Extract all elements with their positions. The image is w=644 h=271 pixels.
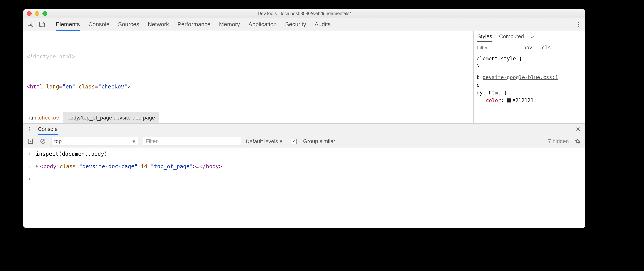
- log-levels-select[interactable]: Default levels ▾: [246, 138, 282, 144]
- crumb-body[interactable]: body#top_of_page.devsite-doc-page: [63, 112, 159, 123]
- tab-audits[interactable]: Audits: [314, 18, 330, 31]
- console-drawer: Console top▾ Filter Default levels ▾: [23, 124, 586, 228]
- clear-console-icon[interactable]: [39, 138, 47, 144]
- tab-styles[interactable]: Styles: [478, 31, 492, 42]
- dom-tree[interactable]: <!doctype html> <html lang="en" class="c…: [23, 31, 473, 112]
- tab-network[interactable]: Network: [148, 18, 169, 31]
- hov-toggle[interactable]: :hov: [518, 44, 534, 51]
- console-output-line: ‹ <body class="devsite-doc-page" id="top…: [23, 160, 586, 173]
- cls-toggle[interactable]: .cls: [537, 44, 553, 51]
- window-title: DevTools - localhost:8080/web/fundamenta…: [23, 11, 586, 16]
- console-output[interactable]: ›inspect(document.body) ‹ <body class="d…: [23, 148, 586, 228]
- tab-performance[interactable]: Performance: [178, 18, 210, 31]
- tab-security[interactable]: Security: [285, 18, 306, 31]
- tab-memory[interactable]: Memory: [219, 18, 240, 31]
- new-rule-icon[interactable]: ＋: [577, 44, 583, 52]
- device-toolbar-icon[interactable]: [36, 21, 48, 28]
- tab-computed[interactable]: Computed: [499, 31, 524, 42]
- console-input-line: ›inspect(document.body): [23, 148, 586, 160]
- styles-filter-input[interactable]: [476, 44, 516, 52]
- svg-rect-2: [42, 23, 44, 26]
- hidden-count: 7 hidden: [548, 138, 569, 144]
- console-filter-input[interactable]: Filter: [143, 137, 241, 146]
- drawer-more-icon[interactable]: [26, 124, 34, 135]
- svg-point-8: [29, 130, 30, 132]
- more-options-icon[interactable]: [573, 18, 584, 31]
- crumb-html[interactable]: html.checkov: [23, 112, 63, 123]
- rule-element-style[interactable]: element.style {}: [474, 53, 586, 72]
- console-settings-icon[interactable]: [574, 138, 582, 144]
- svg-point-5: [578, 26, 579, 27]
- dom-panel: <!doctype html> <html lang="en" class="c…: [23, 31, 473, 123]
- rule-body-html[interactable]: b devsite-google-blue.css:1 o dy, html {…: [474, 72, 586, 106]
- breadcrumb: html.checkov body#top_of_page.devsite-do…: [23, 112, 473, 123]
- context-select[interactable]: top▾: [51, 137, 138, 146]
- tab-application[interactable]: Application: [248, 18, 277, 31]
- dom-node-html[interactable]: <html lang="en" class="checkov">: [23, 82, 473, 92]
- execute-icon[interactable]: [26, 138, 34, 144]
- expand-icon[interactable]: [36, 165, 38, 168]
- divider: [49, 20, 49, 29]
- tab-elements[interactable]: Elements: [56, 18, 80, 31]
- divider: [572, 20, 572, 29]
- svg-point-4: [578, 24, 579, 25]
- tab-console[interactable]: Console: [88, 18, 110, 31]
- rule-source-link[interactable]: devsite-google-blue.css:1: [482, 74, 558, 80]
- tab-more-icon[interactable]: »: [531, 31, 534, 42]
- dom-doctype: <!doctype html>: [26, 54, 76, 60]
- tab-sources[interactable]: Sources: [118, 18, 139, 31]
- main-tabs: Elements Console Sources Network Perform…: [56, 18, 331, 31]
- drawer-close-icon[interactable]: [574, 124, 583, 135]
- group-similar-checkbox[interactable]: ✓: [291, 138, 296, 144]
- styles-panel: Styles Computed » :hov .cls ＋ element.st…: [473, 31, 586, 123]
- titlebar: DevTools - localhost:8080/web/fundamenta…: [23, 9, 586, 18]
- inspect-element-icon[interactable]: [25, 21, 36, 28]
- drawer-tab-console[interactable]: Console: [38, 124, 58, 135]
- svg-point-7: [29, 128, 30, 130]
- group-similar-label: Group similar: [303, 138, 335, 144]
- console-prompt[interactable]: ›: [23, 173, 586, 185]
- svg-point-3: [578, 22, 579, 23]
- main-tabbar: Elements Console Sources Network Perform…: [23, 18, 586, 31]
- devtools-window: DevTools - localhost:8080/web/fundamenta…: [23, 9, 586, 228]
- color-swatch-icon[interactable]: [507, 98, 511, 102]
- svg-point-6: [29, 127, 30, 128]
